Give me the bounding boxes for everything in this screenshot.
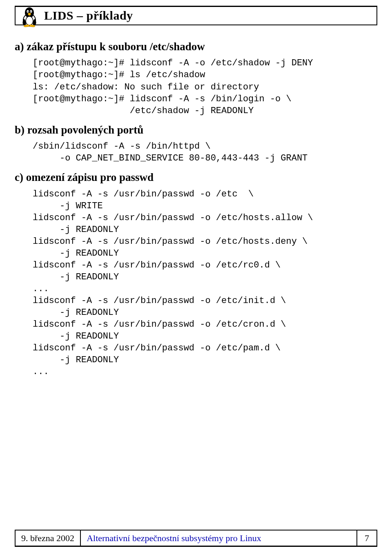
section-a-heading: a) zákaz přístupu k souboru /etc/shadow (15, 39, 377, 54)
slide-footer: 9. března 2002 Alternativní bezpečnostní… (15, 530, 377, 547)
tux-icon (20, 5, 38, 27)
svg-point-6 (26, 16, 33, 25)
footer-title: Alternativní bezpečnostní subsystémy pro… (81, 530, 356, 546)
footer-page: 7 (356, 530, 376, 546)
page: LIDS – příklady a) zákaz přístupu k soub… (0, 0, 392, 555)
section-c-code: lidsconf -A -s /usr/bin/passwd -o /etc \… (33, 188, 377, 378)
svg-point-4 (27, 11, 28, 12)
slide-header: LIDS – příklady (15, 6, 377, 25)
section-b-code: /sbin/lidsconf -A -s /bin/httpd \ -o CAP… (33, 140, 377, 164)
section-c-heading: c) omezení zápisu pro passwd (15, 170, 377, 185)
section-b-heading: b) rozsah povolených portů (15, 123, 377, 137)
svg-point-5 (30, 11, 31, 12)
slide-title: LIDS – příklady (44, 7, 133, 24)
footer-date: 9. března 2002 (16, 530, 81, 546)
section-a-code: [root@mythago:~]# lidsconf -A -o /etc/sh… (33, 57, 377, 116)
